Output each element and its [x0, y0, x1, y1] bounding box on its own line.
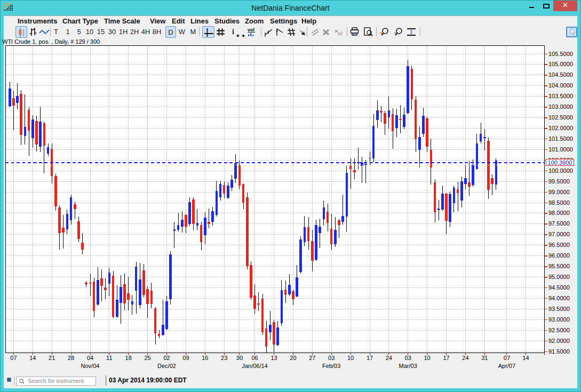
svg-text:all: all: [338, 31, 343, 36]
svg-text:vol: vol: [248, 27, 254, 33]
